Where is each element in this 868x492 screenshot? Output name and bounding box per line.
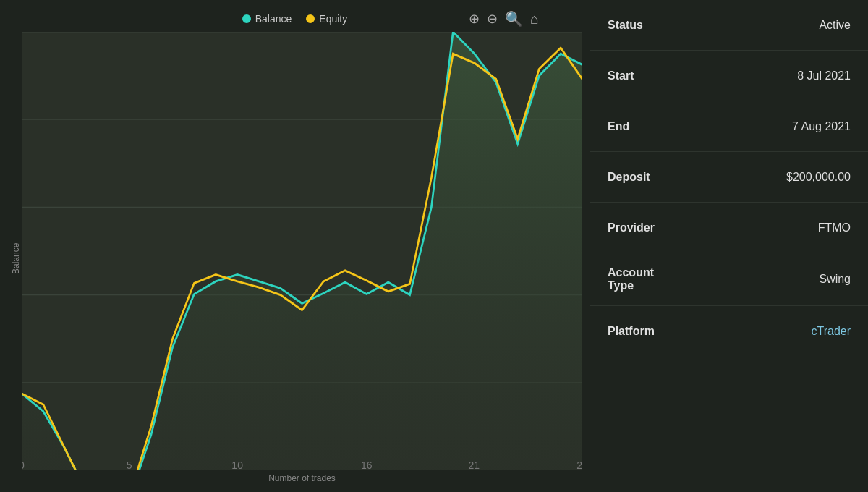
info-row-end: End 7 Aug 2021 (590, 101, 868, 152)
deposit-value: $200,000.00 (786, 171, 851, 184)
start-value: 8 Jul 2021 (797, 69, 851, 82)
zoom-in-button[interactable]: ⊕ (469, 11, 480, 27)
legend-equity: Equity (306, 13, 347, 25)
x-axis-label: Number of trades (22, 470, 582, 485)
main-chart-svg: -4000 0 4000 8000 12000 16000 (22, 32, 582, 470)
info-row-deposit: Deposit $200,000.00 (590, 152, 868, 203)
equity-label: Equity (319, 13, 347, 25)
svg-text:16: 16 (361, 459, 373, 470)
account-type-value: Swing (819, 273, 851, 286)
info-panel: Status Active Start 8 Jul 2021 End 7 Aug… (590, 0, 868, 492)
chart-inner: -4000 0 4000 8000 12000 16000 (22, 32, 582, 485)
start-label: Start (608, 69, 634, 82)
zoom-out-button[interactable]: ⊖ (487, 11, 498, 27)
chart-controls: ⊕ ⊖ 🔍 ⌂ (469, 10, 539, 27)
svg-text:26: 26 (576, 459, 582, 470)
y-axis-label: Balance (7, 32, 22, 485)
svg-text:10: 10 (231, 459, 243, 470)
svg-text:21: 21 (469, 459, 480, 470)
svg-text:5: 5 (127, 459, 132, 470)
end-label: End (608, 120, 629, 133)
provider-label: Provider (608, 221, 655, 234)
balance-dot (242, 14, 251, 23)
platform-label: Platform (608, 325, 655, 338)
status-value: Active (819, 19, 851, 32)
chart-area: Balance -4000 0 (7, 32, 582, 485)
account-type-label: AccountType (608, 266, 654, 292)
search-icon[interactable]: 🔍 (505, 10, 523, 27)
chart-panel: Balance Equity ⊕ ⊖ 🔍 ⌂ Balance (0, 0, 590, 492)
status-label: Status (608, 19, 643, 32)
svg-text:0: 0 (22, 459, 25, 470)
equity-dot (306, 14, 315, 23)
svg-container: -4000 0 4000 8000 12000 16000 (22, 32, 582, 470)
info-row-provider: Provider FTMO (590, 203, 868, 253)
info-row-start: Start 8 Jul 2021 (590, 51, 868, 101)
info-row-platform: Platform cTrader (590, 306, 868, 357)
balance-label: Balance (255, 13, 292, 25)
deposit-label: Deposit (608, 171, 650, 184)
provider-value: FTMO (818, 221, 851, 234)
info-row-status: Status Active (590, 0, 868, 51)
chart-legend: Balance Equity ⊕ ⊖ 🔍 ⌂ (7, 7, 582, 32)
end-value: 7 Aug 2021 (792, 120, 851, 133)
home-icon[interactable]: ⌂ (530, 11, 539, 27)
platform-value[interactable]: cTrader (811, 325, 851, 338)
info-row-account-type: AccountType Swing (590, 253, 868, 306)
legend-balance: Balance (242, 13, 292, 25)
